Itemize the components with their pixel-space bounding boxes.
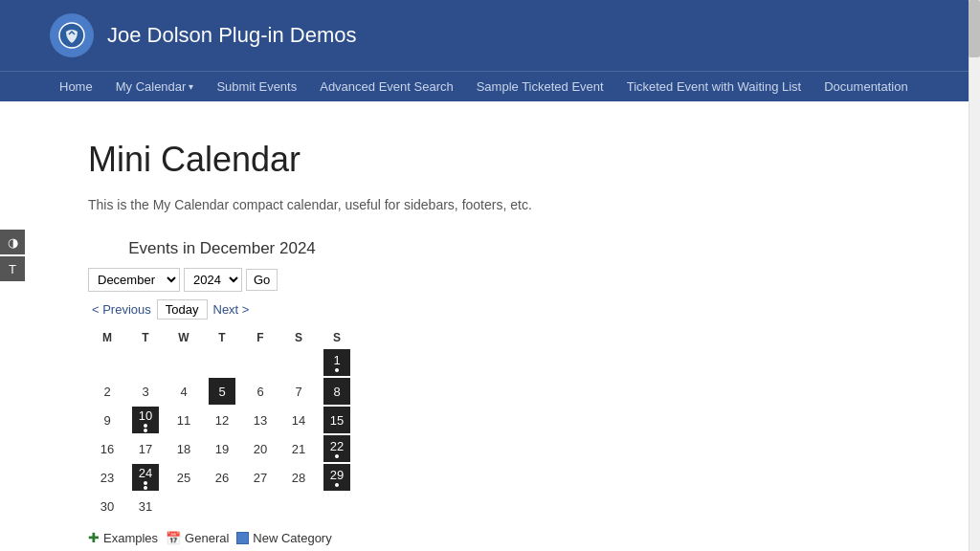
day-2: 2 — [94, 378, 121, 405]
col-wed: W — [165, 327, 203, 348]
day-empty — [209, 349, 235, 376]
nav-my-calendar[interactable]: My Calendar ▾ — [106, 72, 204, 101]
scrollbar-thumb[interactable] — [969, 0, 980, 57]
day-19: 19 — [209, 435, 235, 462]
event-dot — [144, 486, 147, 490]
event-dot — [144, 429, 147, 432]
year-select[interactable]: 202320242025 — [184, 268, 242, 292]
table-row — [126, 348, 165, 377]
col-sat: S — [279, 327, 318, 348]
site-header: Joe Dolson Plug-in Demos Home My Calenda… — [0, 0, 980, 101]
nav-sample-ticketed[interactable]: Sample Ticketed Event — [467, 72, 613, 101]
event-dot — [335, 368, 339, 372]
calendar-heading: Events in December 2024 — [88, 239, 356, 258]
table-row — [88, 348, 126, 377]
day-11: 11 — [170, 407, 197, 433]
nav-ticketed-waiting[interactable]: Ticketed Event with Waiting List — [617, 72, 812, 101]
day-empty — [132, 349, 159, 376]
table-row — [203, 348, 241, 377]
day-empty — [170, 493, 197, 519]
table-row: 23 24 25 26 27 28 29 — [88, 463, 356, 492]
site-title: Joe Dolson Plug-in Demos — [107, 23, 356, 48]
day-empty — [323, 493, 350, 519]
nav-home[interactable]: Home — [50, 72, 102, 101]
calendar-icon: 📅 — [166, 531, 181, 545]
page-title: Mini Calendar — [88, 140, 930, 180]
nav-advanced-search[interactable]: Advanced Event Search — [310, 72, 462, 101]
day-3: 3 — [132, 378, 159, 405]
col-fri: F — [241, 327, 279, 348]
legend-new-category: New Category — [236, 531, 331, 545]
prev-button[interactable]: < Previous — [88, 300, 155, 319]
day-24[interactable]: 24 — [132, 464, 159, 491]
scrollbar-track[interactable] — [969, 0, 980, 551]
event-dot — [335, 483, 339, 487]
day-empty — [247, 493, 274, 519]
day-14: 14 — [285, 407, 312, 433]
chevron-down-icon: ▾ — [189, 81, 193, 92]
day-28: 28 — [285, 464, 312, 491]
site-logo — [50, 13, 94, 57]
calendar-navigation: < Previous Today Next > — [88, 299, 356, 320]
day-15[interactable]: 15 — [323, 407, 350, 433]
table-row — [279, 348, 318, 377]
day-5[interactable]: 5 — [209, 378, 235, 405]
legend-general-label: General — [185, 531, 229, 545]
today-button[interactable]: Today — [157, 299, 208, 320]
day-29[interactable]: 29 — [323, 464, 350, 491]
event-dot — [144, 424, 147, 428]
day-empty — [285, 349, 312, 376]
side-controls: ◑ T — [0, 230, 25, 281]
day-22[interactable]: 22 — [323, 435, 350, 462]
day-26: 26 — [209, 464, 235, 491]
main-content: Mini Calendar This is the My Calendar co… — [31, 101, 949, 551]
day-empty — [209, 493, 235, 519]
event-dot — [144, 481, 147, 485]
category-color-icon — [236, 532, 249, 544]
day-empty — [94, 349, 121, 376]
table-row: 9 10 11 12 13 14 15 — [88, 406, 356, 434]
table-row — [165, 348, 203, 377]
table-row — [241, 348, 279, 377]
day-30: 30 — [94, 493, 121, 519]
day-27: 27 — [247, 464, 274, 491]
table-row: 1 — [88, 348, 356, 377]
mini-calendar: Events in December 2024 JanuaryFebruaryM… — [88, 239, 356, 551]
day-empty — [285, 493, 312, 519]
next-button[interactable]: Next > — [210, 300, 254, 319]
day-31: 31 — [132, 493, 159, 519]
table-row: 1 — [318, 348, 356, 377]
go-button[interactable]: Go — [246, 269, 278, 291]
day-6: 6 — [247, 378, 274, 405]
calendar-legend: ✚ Examples 📅 General New Category — [88, 530, 356, 545]
legend-new-category-label: New Category — [253, 531, 331, 545]
col-tue: T — [126, 327, 165, 348]
legend-general: 📅 General — [166, 531, 229, 545]
day-18: 18 — [170, 435, 197, 462]
col-thu: T — [203, 327, 241, 348]
day-10[interactable]: 10 — [132, 407, 159, 433]
day-7: 7 — [285, 378, 312, 405]
event-dot — [335, 454, 339, 458]
month-select[interactable]: JanuaryFebruaryMarch AprilMayJune JulyAu… — [88, 268, 180, 292]
day-25: 25 — [170, 464, 197, 491]
day-12: 12 — [209, 407, 235, 433]
table-row: 30 31 — [88, 492, 356, 520]
day-1[interactable]: 1 — [323, 349, 350, 376]
plus-icon: ✚ — [88, 530, 100, 545]
legend-examples-label: Examples — [103, 531, 158, 545]
day-4: 4 — [170, 378, 197, 405]
table-row: 2 3 4 5 6 7 8 — [88, 377, 356, 406]
day-16: 16 — [94, 435, 121, 462]
text-size-button[interactable]: T — [0, 256, 25, 281]
col-sun: S — [318, 327, 356, 348]
table-row: 16 17 18 19 20 21 22 — [88, 434, 356, 463]
main-nav: Home My Calendar ▾ Submit Events Advance… — [0, 71, 980, 101]
day-9: 9 — [94, 407, 121, 433]
day-8[interactable]: 8 — [323, 378, 350, 405]
nav-documentation[interactable]: Documentation — [814, 72, 917, 101]
nav-submit-events[interactable]: Submit Events — [207, 72, 306, 101]
calendar-grid: M T W T F S S — [88, 327, 356, 520]
contrast-toggle-button[interactable]: ◑ — [0, 230, 25, 254]
day-13: 13 — [247, 407, 274, 433]
